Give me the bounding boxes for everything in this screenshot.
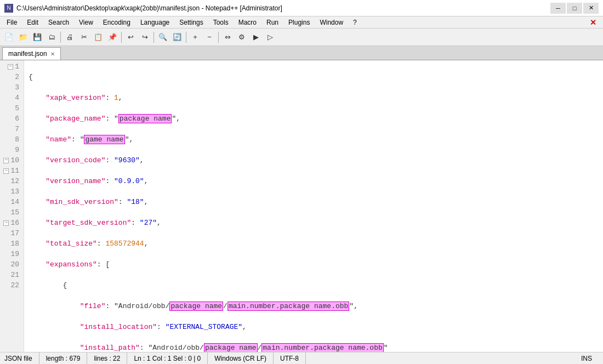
tb-sep4: [186, 32, 186, 43]
line-num-7: 7: [0, 124, 24, 134]
tab-manifest-json[interactable]: manifest.json ✕: [2, 47, 61, 60]
status-file-type: JSON file: [4, 352, 39, 364]
code-line-1: {: [29, 72, 603, 82]
tb-run[interactable]: ▶: [249, 31, 263, 44]
code-line-9: "total_size": 158572944,: [29, 238, 603, 249]
line-num-19: 19: [0, 249, 24, 259]
tb-sep3: [153, 32, 154, 43]
maximize-button[interactable]: □: [567, 3, 582, 14]
status-bar: JSON file length : 679 lines : 22 Ln : 1…: [0, 352, 603, 364]
line-numbers: −1 2 3 4 5 6 7 8 9 −10 −11 12 13 14 15 −…: [0, 60, 24, 352]
fold-11[interactable]: −: [3, 168, 9, 174]
menu-settings[interactable]: Settings: [175, 18, 207, 27]
line-num-18: 18: [0, 238, 24, 249]
line-num-3: 3: [0, 82, 24, 93]
tb-find[interactable]: 🔍: [156, 31, 169, 44]
editor-close-x[interactable]: ✕: [585, 17, 601, 28]
line-num-12: 12: [0, 176, 24, 186]
line-num-10: −10: [0, 155, 24, 166]
menu-file[interactable]: File: [2, 18, 21, 27]
code-line-10: "expansions": [: [29, 259, 603, 270]
title-bar-left: N C:\Users\Administrator\Desktop\xapk\xa…: [4, 4, 282, 13]
app-icon: N: [4, 4, 13, 13]
close-button[interactable]: ✕: [583, 3, 599, 14]
code-line-5: "version_code": "9630",: [29, 155, 603, 166]
tb-save[interactable]: 💾: [31, 31, 44, 44]
line-num-13: 13: [0, 186, 24, 197]
line-num-6: 6: [0, 113, 24, 124]
menu-run[interactable]: Run: [262, 18, 283, 27]
menu-view[interactable]: View: [75, 18, 98, 27]
menu-bar: File Edit Search View Encoding Language …: [0, 16, 603, 29]
status-lines: lines : 22: [87, 352, 127, 364]
window-title: C:\Users\Administrator\Desktop\xapk\xapk…: [16, 4, 282, 12]
menu-encoding[interactable]: Encoding: [99, 18, 135, 27]
line-num-21: 21: [0, 270, 24, 280]
tb-macro[interactable]: ⚙: [235, 31, 248, 44]
line-num-4: 4: [0, 93, 24, 103]
fold-1[interactable]: −: [8, 64, 13, 70]
tb-new[interactable]: 📄: [2, 31, 15, 44]
code-line-4: "name": "game name",: [29, 134, 603, 145]
fold-10[interactable]: −: [3, 158, 9, 163]
tb-copy[interactable]: 📋: [92, 31, 105, 44]
tb-zoomin[interactable]: +: [189, 31, 202, 44]
menu-plugins[interactable]: Plugins: [284, 18, 314, 27]
tb-zoomout[interactable]: −: [203, 31, 216, 44]
tb-open[interactable]: 📁: [16, 31, 30, 44]
line-num-22: 22: [0, 280, 24, 291]
line-num-14: 14: [0, 197, 24, 207]
code-line-13: "install_location": "EXTERNAL_STORAGE",: [29, 322, 603, 332]
status-position: Ln : 1 Col : 1 Sel : 0 | 0: [127, 352, 208, 364]
title-bar: N C:\Users\Administrator\Desktop\xapk\xa…: [0, 0, 603, 16]
line-num-1: −1: [0, 61, 24, 72]
menu-edit[interactable]: Edit: [22, 18, 43, 27]
status-mode: INS: [574, 352, 599, 364]
line-num-15: 15: [0, 207, 24, 218]
menu-macro[interactable]: Macro: [234, 18, 261, 27]
status-line-ending: Windows (CR LF): [208, 352, 274, 364]
title-controls: ─ □ ✕: [550, 3, 599, 14]
tb-undo[interactable]: ↩: [124, 31, 137, 44]
line-num-17: 17: [0, 228, 24, 238]
menu-search[interactable]: Search: [44, 18, 73, 27]
tb-run2[interactable]: ▷: [264, 31, 277, 44]
code-line-8: "target_sdk_version": "27",: [29, 218, 603, 228]
code-line-3: "package_name": "package name",: [29, 113, 603, 124]
fold-16[interactable]: −: [3, 220, 9, 226]
code-line-12: "file": "Android/obb/package name/main.n…: [29, 301, 603, 311]
line-num-2: 2: [0, 72, 24, 82]
tb-sep5: [218, 32, 219, 43]
tb-wrap[interactable]: ⇔: [221, 31, 234, 44]
tb-sep2: [121, 32, 122, 43]
tb-paste[interactable]: 📌: [106, 31, 119, 44]
tb-cut[interactable]: ✂: [77, 31, 90, 44]
menu-window[interactable]: Window: [315, 18, 348, 27]
tb-saveall[interactable]: 🗂: [45, 31, 58, 44]
code-line-14: "install_path": "Android/obb/package nam…: [29, 343, 603, 352]
status-length: length : 679: [39, 352, 88, 364]
code-line-7: "min_sdk_version": "18",: [29, 197, 603, 207]
line-num-20: 20: [0, 259, 24, 270]
tb-print[interactable]: 🖨: [63, 31, 76, 44]
menu-tools[interactable]: Tools: [209, 18, 233, 27]
toolbar: 📄 📁 💾 🗂 🖨 ✂ 📋 📌 ↩ ↪ 🔍 🔄 + − ⇔ ⚙ ▶ ▷: [0, 29, 603, 46]
tb-redo[interactable]: ↪: [138, 31, 151, 44]
code-line-2: "xapk_version": 1,: [29, 93, 603, 103]
line-num-8: 8: [0, 134, 24, 145]
tb-replace[interactable]: 🔄: [170, 31, 184, 44]
tab-label: manifest.json: [8, 50, 47, 58]
line-num-11: −11: [0, 166, 24, 176]
line-num-16: −16: [0, 218, 24, 228]
tab-close-icon[interactable]: ✕: [50, 51, 55, 57]
code-line-11: {: [29, 280, 603, 291]
status-encoding: UTF-8: [274, 352, 306, 364]
code-line-6: "version_name": "0.9.0",: [29, 176, 603, 186]
minimize-button[interactable]: ─: [550, 3, 566, 14]
line-num-5: 5: [0, 103, 24, 113]
editor-container: −1 2 3 4 5 6 7 8 9 −10 −11 12 13 14 15 −…: [0, 60, 603, 352]
code-editor[interactable]: { "xapk_version": 1, "package_name": "pa…: [24, 60, 603, 352]
menu-help[interactable]: ?: [349, 18, 361, 27]
menu-language[interactable]: Language: [136, 18, 174, 27]
tb-sep1: [60, 32, 61, 43]
